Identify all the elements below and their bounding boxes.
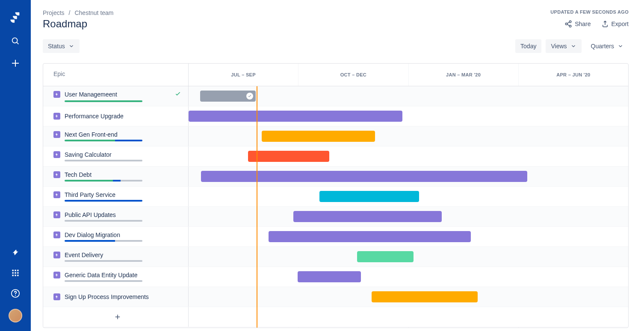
gantt-bar[interactable] (372, 291, 478, 302)
svg-point-14 (15, 295, 16, 296)
quarter-header: JAN – MAR '20 (409, 64, 519, 86)
svg-point-16 (565, 23, 567, 25)
notifications-icon[interactable] (10, 247, 21, 258)
gantt-bar[interactable] (293, 211, 442, 222)
svg-rect-12 (17, 275, 18, 276)
epic-cell[interactable]: Tech Debt (43, 167, 189, 186)
plus-icon (114, 313, 121, 321)
help-icon[interactable] (10, 288, 21, 299)
epic-row: Generic Data Entity Update (43, 267, 628, 287)
epic-row: Saving Calculator (43, 146, 628, 167)
chevron-down-icon (68, 43, 74, 49)
svg-line-18 (567, 22, 570, 23)
gantt-bar[interactable] (200, 91, 256, 102)
epic-icon (53, 231, 60, 238)
epic-name: Next Gen Front-end (65, 131, 118, 138)
chevron-down-icon (570, 43, 576, 49)
search-icon[interactable] (10, 36, 21, 46)
epic-row: Dev Dialog Migration (43, 227, 628, 247)
epic-icon (53, 131, 60, 138)
svg-rect-7 (12, 272, 14, 273)
svg-rect-10 (12, 275, 14, 276)
gantt-bar[interactable] (298, 271, 361, 282)
scale-button[interactable]: Quarters (586, 39, 629, 53)
timeline-cell (189, 227, 628, 246)
breadcrumb-team[interactable]: Chestnut team (74, 9, 113, 16)
svg-rect-8 (15, 272, 16, 273)
timeline-cell (189, 146, 628, 166)
jira-logo-icon[interactable] (9, 10, 22, 24)
epic-cell[interactable]: Next Gen Front-end (43, 126, 189, 146)
epic-row: Sign Up Process Improvements (43, 287, 628, 307)
epic-row: Event Delivery (43, 247, 628, 267)
today-button[interactable]: Today (515, 39, 541, 53)
epic-cell[interactable]: Event Delivery (43, 247, 189, 267)
epic-icon (53, 252, 60, 258)
user-avatar[interactable] (9, 309, 22, 322)
epic-cell[interactable]: Performance Upgrade (43, 106, 189, 126)
status-filter[interactable]: Status (43, 39, 80, 53)
epic-cell[interactable]: Generic Data Entity Update (43, 267, 189, 287)
svg-rect-9 (17, 272, 18, 273)
svg-rect-11 (15, 275, 16, 276)
progress-bar (65, 200, 142, 202)
share-icon (564, 20, 572, 28)
svg-rect-4 (12, 270, 14, 271)
apps-icon[interactable] (10, 268, 21, 278)
epic-cell[interactable]: Dev Dialog Migration (43, 227, 189, 246)
timeline-cell (189, 106, 628, 126)
epic-cell[interactable]: User Managemeent (43, 86, 189, 106)
progress-bar (65, 100, 142, 102)
epic-name: Event Delivery (65, 252, 103, 258)
epic-name: Saving Calculator (65, 151, 112, 158)
epic-icon (53, 272, 60, 278)
epic-row: Third Party Service (43, 187, 628, 207)
timeline-header: JUL – SEPOCT – DECJAN – MAR '20APR – JUN… (189, 64, 628, 86)
add-epic-row[interactable] (43, 307, 628, 327)
views-button[interactable]: Views (546, 39, 581, 53)
epic-cell[interactable]: Third Party Service (43, 187, 189, 206)
gantt-bar[interactable] (248, 151, 329, 162)
timeline-cell (189, 247, 628, 267)
svg-line-19 (567, 24, 570, 26)
progress-bar (65, 140, 142, 141)
export-button[interactable]: Export (601, 20, 629, 28)
today-marker (257, 86, 257, 328)
epic-name: Dev Dialog Migration (65, 231, 120, 238)
epic-cell[interactable]: Public API Updates (43, 207, 189, 226)
breadcrumb-projects[interactable]: Projects (43, 9, 65, 16)
epic-name: Public API Updates (65, 211, 116, 218)
epic-icon (53, 91, 60, 98)
epic-row: Next Gen Front-end (43, 126, 628, 146)
epic-icon (53, 211, 60, 218)
epic-cell[interactable]: Sign Up Process Improvements (43, 287, 189, 307)
timeline-cell (189, 86, 628, 106)
epic-icon (53, 171, 60, 178)
gantt-bar[interactable] (201, 171, 527, 182)
export-icon (601, 20, 609, 28)
svg-line-1 (17, 42, 18, 44)
gantt-bar[interactable] (189, 111, 402, 122)
timeline-cell (189, 167, 628, 186)
epic-icon (53, 113, 60, 120)
epic-name: Performance Upgrade (65, 113, 124, 120)
share-button[interactable]: Share (564, 20, 591, 28)
svg-point-15 (569, 21, 571, 23)
done-check-icon (174, 91, 181, 99)
page-title: Roadmap (43, 18, 87, 30)
chevron-down-icon (617, 43, 623, 49)
gantt-bar[interactable] (319, 191, 419, 202)
svg-rect-5 (15, 270, 16, 271)
gantt-bar[interactable] (262, 131, 375, 142)
add-epic-button[interactable] (43, 307, 189, 327)
epic-cell[interactable]: Saving Calculator (43, 146, 189, 166)
epic-icon (53, 151, 60, 158)
svg-point-0 (12, 38, 18, 43)
roadmap-rows: User ManagemeentPerformance UpgradeNext … (43, 86, 628, 328)
epic-row: Tech Debt (43, 167, 628, 187)
gantt-bar[interactable] (357, 251, 414, 262)
timeline-cell (189, 187, 628, 206)
epic-name: Tech Debt (65, 171, 92, 178)
gantt-bar[interactable] (269, 231, 471, 242)
add-icon[interactable] (10, 58, 21, 68)
